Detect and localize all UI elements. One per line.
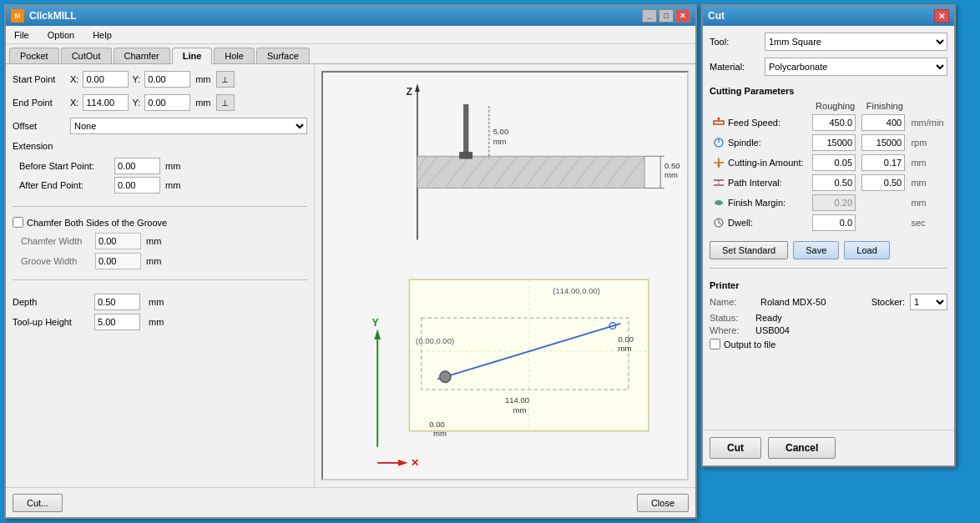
save-button[interactable]: Save [793,241,839,259]
stocker-label: Stocker: [871,297,905,307]
material-select[interactable]: Polycarbonate Acrylic Aluminum [765,58,947,76]
spindle-row: Spindle: rpm [710,133,947,153]
offset-select[interactable]: None Left Right [70,118,307,134]
before-start-input[interactable] [114,158,160,174]
cut-main-button[interactable]: Cut [710,437,761,459]
tab-cutout[interactable]: CutOut [61,48,112,63]
tab-line[interactable]: Line [172,48,213,64]
finish-margin-input[interactable] [812,194,856,211]
output-to-file-checkbox[interactable] [710,339,720,350]
option-menu[interactable]: Option [43,28,79,42]
cancel-button[interactable]: Cancel [768,437,836,459]
material-row: Material: Polycarbonate Acrylic Aluminum [710,58,947,76]
feed-speed-finishing[interactable] [861,114,905,131]
tab-chamfer[interactable]: Chamfer [114,48,170,63]
close-button[interactable]: ✕ [675,9,690,23]
path-interval-unit: mm [909,173,947,193]
svg-text:0.00: 0.00 [429,420,445,429]
depth-row: Depth mm [13,294,307,310]
after-end-row: After End Point: mm [19,177,307,194]
start-point-row: Start Point X: Y: mm ⊥ [13,71,307,88]
roughing-header: Roughing [811,99,860,113]
end-point-icon-btn[interactable]: ⊥ [216,94,235,111]
svg-point-63 [715,200,723,205]
cutting-params-section: Cutting Parameters Roughing Finishing [710,83,947,233]
dwell-input[interactable] [812,214,856,231]
printer-name-label: Name: [710,297,755,307]
groove-width-input[interactable] [95,253,141,269]
svg-text:114.00: 114.00 [505,395,529,405]
cut-button[interactable]: Cut... [13,494,63,512]
feed-speed-label: Feed Speed: [728,118,780,128]
end-point-row: End Point X: Y: mm ⊥ [13,94,307,111]
extension-section: Before Start Point: mm After End Point: … [13,158,307,196]
start-x-input[interactable] [83,71,129,88]
path-interval-icon [711,175,726,190]
depth-label: Depth [13,297,88,307]
before-start-label: Before Start Point: [19,161,111,171]
chamfer-inputs: Chamfer Width mm Groove Width mm [13,233,307,269]
maximize-button[interactable]: □ [659,9,674,23]
help-menu[interactable]: Help [88,28,117,42]
svg-text:(114.00,0.00): (114.00,0.00) [553,286,600,295]
dwell-row: Dwell: sec [710,213,947,233]
finish-margin-unit: mm [909,193,947,213]
chamfer-checkbox-label: Chamfer Both Sides of the Groove [27,218,167,228]
main-content: Start Point X: Y: mm ⊥ End Point X: Y: m… [6,64,695,487]
before-start-unit: mm [165,161,180,171]
path-interval-finishing[interactable] [861,174,905,191]
groove-width-row: Groove Width mm [21,253,307,269]
extension-label-row: Extension [13,141,307,151]
cut-bottom-row: Cut Cancel [703,430,954,465]
after-end-input[interactable] [114,177,160,194]
after-end-unit: mm [165,180,180,190]
tab-surface[interactable]: Surface [256,48,310,63]
tool-label: Tool: [710,37,760,47]
params-table: Roughing Finishing [710,99,947,233]
load-button[interactable]: Load [844,241,889,259]
cut-close-button[interactable]: ✕ [934,9,949,23]
dwell-label: Dwell: [728,218,753,228]
tool-row: Tool: 1mm Square 2mm Square [710,33,947,51]
close-button[interactable]: Close [637,494,689,512]
before-start-row: Before Start Point: mm [19,158,307,174]
start-x-label: X: [70,74,78,84]
stocker-select[interactable]: 1 2 [910,294,947,310]
svg-text:mm: mm [433,429,447,438]
end-x-input[interactable] [83,94,129,111]
cutting-in-roughing[interactable] [812,154,856,171]
cutting-in-finishing[interactable] [861,154,905,171]
depth-input[interactable] [94,294,140,310]
tab-pocket[interactable]: Pocket [9,48,59,63]
end-y-input[interactable] [144,94,190,111]
material-label: Material: [710,62,760,72]
tool-select[interactable]: 1mm Square 2mm Square [765,33,947,51]
spindle-roughing[interactable] [812,134,856,151]
printer-status-row: Status: Ready [710,313,947,323]
groove-width-label: Groove Width [21,256,92,266]
feed-speed-row: Feed Speed: mm/min [710,113,947,133]
svg-text:Z: Z [407,86,413,98]
start-point-icon-btn[interactable]: ⊥ [216,71,235,88]
path-interval-roughing[interactable] [812,174,856,191]
tab-hole[interactable]: Hole [214,48,255,63]
main-title: ClickMILL [29,10,77,22]
file-menu[interactable]: File [9,28,34,42]
set-standard-button[interactable]: Set Standard [710,241,788,259]
path-interval-row: Path Interval: mm [710,173,947,193]
divider-1 [13,206,307,207]
where-value: USB004 [755,325,947,335]
path-interval-label: Path Interval: [728,178,782,188]
printer-name-value: Roland MDX-50 [760,297,866,307]
spindle-finishing[interactable] [861,134,905,151]
feed-speed-roughing[interactable] [812,114,856,131]
start-y-input[interactable] [144,71,190,88]
minimize-button[interactable]: _ [642,9,657,23]
chamfer-width-row: Chamfer Width mm [21,233,307,249]
status-label: Status: [710,313,755,323]
finish-margin-row: Finish Margin: mm [710,193,947,213]
chamfer-checkbox[interactable] [13,217,23,228]
toolup-unit: mm [149,317,164,327]
toolup-input[interactable] [94,314,140,330]
chamfer-width-input[interactable] [95,233,141,249]
